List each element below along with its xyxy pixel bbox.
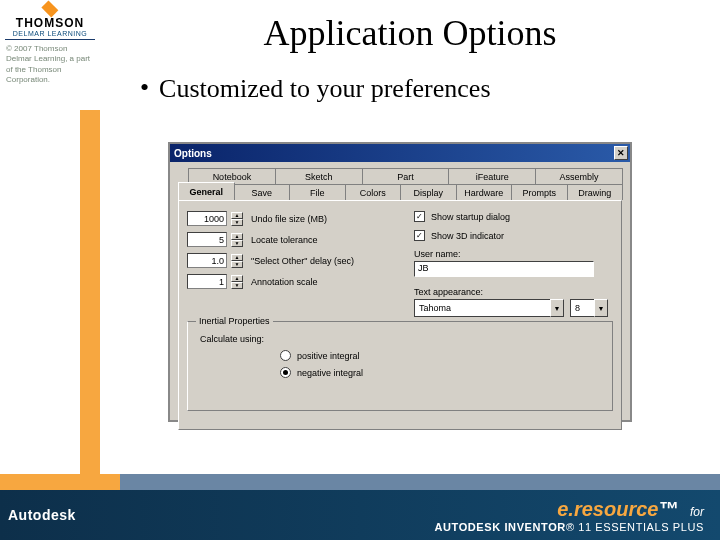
title-area: Application Options • Customized to your… xyxy=(120,12,700,104)
undo-value: 1000 xyxy=(204,214,224,224)
select-label: "Select Other" delay (sec) xyxy=(251,256,354,266)
textapp-label: Text appearance: xyxy=(414,287,619,297)
spin-down-icon[interactable]: ▼ xyxy=(231,261,243,268)
autodesk-logo-text: Autodesk xyxy=(0,507,120,523)
tab-save[interactable]: Save xyxy=(234,184,291,200)
general-panel: 1000 ▲▼ Undo file size (MB) 5 ▲▼ Locate … xyxy=(178,200,622,430)
chevron-down-icon[interactable]: ▼ xyxy=(594,299,608,317)
startup-checkbox[interactable]: ✓ xyxy=(414,211,425,222)
right-column: ✓ Show startup dialog ✓ Show 3D indicato… xyxy=(414,211,619,325)
positive-label: positive integral xyxy=(297,351,360,361)
inertial-group: Inertial Properties Calculate using: pos… xyxy=(187,321,613,411)
thomson-logo: THOMSON DELMAR LEARNING xyxy=(0,0,100,40)
bullet-text: Customized to your preferences xyxy=(159,74,490,104)
tab-sketch[interactable]: Sketch xyxy=(275,168,363,184)
group-title: Inertial Properties xyxy=(196,316,273,326)
for-text: for xyxy=(690,505,704,519)
username-input[interactable]: JB xyxy=(414,261,594,277)
tab-hardware[interactable]: Hardware xyxy=(456,184,513,200)
spin-down-icon[interactable]: ▼ xyxy=(231,219,243,226)
locate-value: 5 xyxy=(219,235,224,245)
left-column: 1000 ▲▼ Undo file size (MB) 5 ▲▼ Locate … xyxy=(187,211,397,295)
spin-up-icon[interactable]: ▲ xyxy=(231,233,243,240)
positive-radio[interactable] xyxy=(280,350,291,361)
close-button[interactable]: ✕ xyxy=(614,146,628,160)
eresource-block: e.resource™ for AUTODESK INVENTOR® 11 ES… xyxy=(434,498,720,533)
tm-symbol: ™ xyxy=(658,498,678,520)
spin-up-icon[interactable]: ▲ xyxy=(231,275,243,282)
indicator-label: Show 3D indicator xyxy=(431,231,504,241)
locate-label: Locate tolerance xyxy=(251,235,318,245)
delmar-brand-text: DELMAR LEARNING xyxy=(13,30,87,37)
product-name: AUTODESK INVENTOR xyxy=(434,521,565,533)
reg-symbol: ® xyxy=(566,521,575,533)
spin-down-icon[interactable]: ▼ xyxy=(231,240,243,247)
spin-down-icon[interactable]: ▼ xyxy=(231,282,243,289)
spin-up-icon[interactable]: ▲ xyxy=(231,254,243,261)
tabs-row-top: Notebook Sketch Part iFeature Assembly xyxy=(170,162,630,184)
tab-general[interactable]: General xyxy=(178,182,235,200)
options-dialog: Options ✕ Notebook Sketch Part iFeature … xyxy=(168,142,632,422)
eresource-logo: e.resource xyxy=(557,498,658,520)
tab-drawing[interactable]: Drawing xyxy=(567,184,624,200)
thomson-brand-text: THOMSON xyxy=(16,16,84,30)
annot-spinner[interactable]: 1 xyxy=(187,274,227,289)
tabs-row-bottom: General Save File Colors Display Hardwar… xyxy=(170,184,630,200)
font-value: Tahoma xyxy=(414,299,550,317)
copyright-text: © 2007 Thomson Delmar Learning, a part o… xyxy=(0,40,100,86)
size-value: 8 xyxy=(570,299,594,317)
undo-spinner[interactable]: 1000 xyxy=(187,211,227,226)
dialog-titlebar: Options ✕ xyxy=(170,144,630,162)
select-value: 1.0 xyxy=(211,256,224,266)
annot-value: 1 xyxy=(219,277,224,287)
tab-colors[interactable]: Colors xyxy=(345,184,402,200)
bullet-row: • Customized to your preferences xyxy=(140,74,700,104)
tab-assembly[interactable]: Assembly xyxy=(535,168,623,184)
startup-label: Show startup dialog xyxy=(431,212,510,222)
brand-divider xyxy=(5,39,95,40)
page-title: Application Options xyxy=(120,12,700,54)
indicator-checkbox[interactable]: ✓ xyxy=(414,230,425,241)
size-combo[interactable]: 8 ▼ xyxy=(570,299,608,317)
dialog-title: Options xyxy=(174,148,212,159)
product-suffix: 11 ESSENTIALS PLUS xyxy=(575,521,704,533)
tab-ifeature[interactable]: iFeature xyxy=(448,168,536,184)
chevron-down-icon[interactable]: ▼ xyxy=(550,299,564,317)
username-label: User name: xyxy=(414,249,619,259)
tab-display[interactable]: Display xyxy=(400,184,457,200)
undo-label: Undo file size (MB) xyxy=(251,214,327,224)
locate-spinner[interactable]: 5 xyxy=(187,232,227,247)
negative-radio[interactable] xyxy=(280,367,291,378)
group-subtitle: Calculate using: xyxy=(200,334,600,344)
tab-part[interactable]: Part xyxy=(362,168,450,184)
spin-up-icon[interactable]: ▲ xyxy=(231,212,243,219)
orange-accent-strip xyxy=(80,110,100,480)
bullet-dot: • xyxy=(140,74,149,102)
footer-band xyxy=(0,474,720,490)
tab-prompts[interactable]: Prompts xyxy=(511,184,568,200)
font-combo[interactable]: Tahoma ▼ xyxy=(414,299,564,317)
username-value: JB xyxy=(418,263,429,273)
negative-label: negative integral xyxy=(297,368,363,378)
footer: Autodesk e.resource™ for AUTODESK INVENT… xyxy=(0,490,720,540)
select-spinner[interactable]: 1.0 xyxy=(187,253,227,268)
tab-file[interactable]: File xyxy=(289,184,346,200)
annot-label: Annotation scale xyxy=(251,277,318,287)
